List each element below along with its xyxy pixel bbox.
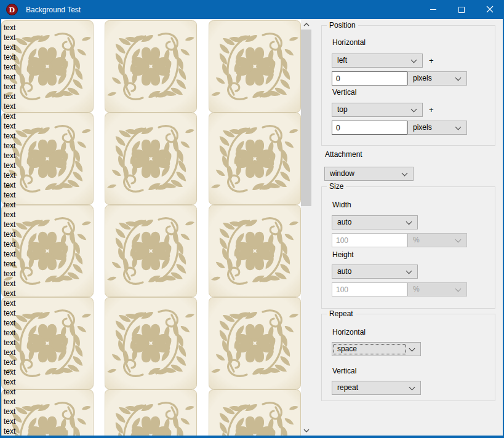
horizontal-plus-sign: + — [429, 56, 434, 65]
size-height-select[interactable]: auto — [332, 265, 418, 279]
position-horizontal-label: Horizontal — [332, 38, 366, 47]
background-tile — [105, 205, 197, 297]
background-tile — [209, 297, 301, 389]
attachment-select[interactable]: window — [324, 167, 414, 181]
scroll-down-button[interactable] — [301, 425, 311, 436]
text-line: text — [4, 397, 15, 407]
close-button[interactable] — [476, 0, 504, 19]
text-line: text — [4, 328, 15, 338]
repeat-group-legend: Repeat — [327, 309, 356, 318]
chevron-down-icon — [406, 219, 412, 225]
size-height-number-input — [332, 282, 407, 297]
preview-text-column: texttexttexttexttexttexttexttexttexttext… — [4, 23, 15, 436]
position-horizontal-unit-select[interactable]: pixels — [407, 71, 467, 86]
position-group-legend: Position — [327, 21, 358, 30]
text-line: text — [4, 318, 15, 328]
text-line: text — [4, 298, 15, 308]
text-line: text — [4, 367, 15, 377]
scrollbar-thumb[interactable] — [301, 30, 311, 206]
repeat-group: Repeat Horizontal space Vertical repeat — [321, 314, 495, 401]
background-tile — [105, 389, 197, 436]
text-line: text — [4, 279, 15, 289]
minimize-button[interactable] — [419, 0, 447, 19]
text-line: text — [4, 210, 15, 220]
text-line: text — [4, 289, 15, 298]
text-line: text — [4, 102, 15, 111]
chevron-down-icon — [303, 428, 310, 433]
maximize-icon — [458, 7, 465, 13]
window-title: Background Test — [26, 6, 419, 14]
app-window: D Background Test texttexttexttexttextte… — [0, 0, 504, 438]
chevron-down-icon — [406, 268, 412, 274]
text-line: text — [4, 121, 15, 131]
close-icon — [486, 4, 494, 15]
text-line: text — [4, 52, 15, 62]
text-line: text — [4, 338, 15, 348]
background-tile — [105, 113, 197, 205]
position-vertical-offset-input[interactable] — [332, 121, 407, 135]
app-logo-icon: D — [6, 4, 18, 15]
size-width-select[interactable]: auto — [332, 215, 418, 229]
size-width-unit-value: % — [413, 234, 420, 247]
position-horizontal-offset-input[interactable] — [332, 71, 407, 86]
text-line: text — [4, 161, 15, 170]
background-tile — [209, 20, 301, 113]
settings-panel: Position Horizontal left + pixels Vertic… — [311, 19, 503, 436]
position-vertical-label: Vertical — [332, 88, 356, 97]
chevron-down-icon — [411, 106, 417, 113]
position-horizontal-select[interactable]: left — [332, 54, 423, 68]
repeat-horizontal-select[interactable]: space — [332, 342, 421, 356]
text-line: text — [4, 62, 15, 72]
scroll-up-button[interactable] — [301, 19, 311, 30]
vertical-scrollbar[interactable] — [301, 19, 311, 436]
text-line: text — [4, 239, 15, 249]
text-line: text — [4, 42, 15, 52]
text-line: text — [4, 82, 15, 92]
text-line: text — [4, 141, 15, 151]
background-tile — [209, 205, 301, 297]
repeat-horizontal-label: Horizontal — [332, 328, 366, 336]
size-height-value: auto — [337, 265, 351, 278]
text-line: text — [4, 33, 15, 42]
text-line: text — [4, 387, 15, 397]
position-vertical-select[interactable]: top — [332, 103, 423, 117]
text-line: text — [4, 269, 15, 279]
text-line: text — [4, 229, 15, 239]
chevron-down-icon — [402, 170, 408, 177]
background-tile — [209, 389, 301, 436]
size-width-value: auto — [337, 216, 351, 229]
text-line: text — [4, 357, 15, 367]
text-line: text — [4, 348, 15, 357]
minimize-icon — [430, 9, 436, 10]
text-line: text — [4, 200, 15, 210]
text-line: text — [4, 190, 15, 200]
text-line: text — [4, 23, 15, 33]
text-line: text — [4, 259, 15, 269]
size-width-unit-select: % — [407, 233, 467, 247]
size-height-unit-value: % — [413, 283, 420, 296]
repeat-vertical-label: Vertical — [332, 367, 356, 375]
chevron-down-icon — [409, 346, 415, 352]
chevron-up-icon — [303, 22, 310, 27]
repeat-vertical-select[interactable]: repeat — [332, 381, 421, 395]
focus-rectangle — [334, 344, 406, 354]
background-tile — [105, 20, 197, 113]
position-vertical-value: top — [337, 103, 348, 116]
text-line: text — [4, 92, 15, 102]
position-vertical-unit-value: pixels — [413, 121, 432, 134]
chevron-down-icon — [411, 57, 417, 63]
text-line: text — [4, 377, 15, 387]
chevron-down-icon — [455, 286, 462, 292]
maximize-button[interactable] — [447, 0, 476, 19]
titlebar: D Background Test — [0, 0, 504, 19]
attachment-value: window — [330, 167, 354, 180]
text-line: text — [4, 170, 15, 180]
size-height-unit-select: % — [407, 282, 467, 297]
position-group: Position Horizontal left + pixels Vertic… — [321, 25, 495, 146]
text-line: text — [4, 151, 15, 161]
background-preview-panel: texttexttexttexttexttexttexttexttexttext… — [1, 19, 301, 436]
repeat-vertical-value: repeat — [337, 381, 358, 394]
position-vertical-unit-select[interactable]: pixels — [407, 121, 467, 135]
text-line: text — [4, 111, 15, 121]
text-line: text — [4, 426, 15, 436]
